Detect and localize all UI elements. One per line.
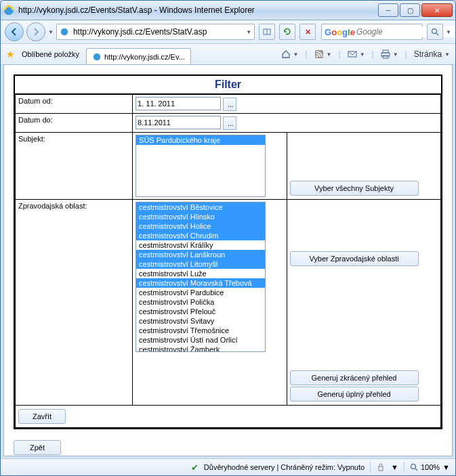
nav-dropdown-icon[interactable]: ▼ bbox=[48, 29, 54, 35]
list-item[interactable]: cestmistrovství Ústí nad Orlicí bbox=[136, 335, 265, 345]
list-item[interactable]: cestmistrovství Třemošnice bbox=[136, 326, 265, 335]
date-to-input[interactable] bbox=[136, 116, 221, 129]
maximize-button[interactable]: ▢ bbox=[400, 3, 420, 17]
list-item[interactable]: cestmistrovství Chrudim bbox=[136, 231, 265, 240]
list-item[interactable]: cestmistrovství Luže bbox=[136, 269, 265, 278]
protected-mode-dropdown-icon[interactable]: ▼ bbox=[391, 463, 398, 471]
area-label: Zpravodajská oblast: bbox=[16, 200, 133, 406]
browser-tab[interactable]: http://vykony.jsdi.cz/Ev... bbox=[86, 48, 191, 65]
favorites-bar: ★ Oblíbené položky http://vykony.jsdi.cz… bbox=[1, 44, 455, 65]
nav-back-button[interactable] bbox=[5, 22, 24, 41]
subject-listbox[interactable]: SÚS Pardubického kraje bbox=[136, 135, 266, 197]
svg-rect-13 bbox=[379, 467, 383, 471]
svg-point-8 bbox=[316, 56, 318, 58]
svg-point-4 bbox=[432, 29, 437, 34]
list-item[interactable]: cestmistrovství Přelouč bbox=[136, 307, 265, 316]
subject-label: Subjekt: bbox=[16, 133, 133, 200]
nav-toolbar: ▼ ▼ ✕ Google ▼ bbox=[1, 20, 455, 44]
list-item[interactable]: cestmistrovství Polička bbox=[136, 297, 265, 307]
svg-point-1 bbox=[61, 28, 68, 36]
print-icon[interactable] bbox=[381, 49, 390, 59]
ie-logo-icon bbox=[3, 5, 14, 16]
date-from-input[interactable] bbox=[136, 97, 221, 110]
list-item[interactable]: cestmistrovství Svitavy bbox=[136, 316, 265, 326]
svg-line-5 bbox=[436, 33, 438, 35]
print-dropdown-icon[interactable]: ▼ bbox=[393, 51, 398, 58]
url-dropdown-icon[interactable]: ▼ bbox=[246, 29, 251, 35]
url-input[interactable] bbox=[72, 26, 246, 37]
list-item[interactable]: cestmistrovství Pardubice bbox=[136, 288, 265, 297]
list-item[interactable]: cestmistrovství Litomyšl bbox=[136, 259, 265, 269]
list-item[interactable]: cestmistrovství Holice bbox=[136, 221, 265, 231]
list-item[interactable]: SÚS Pardubického kraje bbox=[136, 135, 265, 145]
page-menu[interactable]: Stránka bbox=[414, 49, 442, 59]
feeds-dropdown-icon[interactable]: ▼ bbox=[327, 51, 332, 58]
filter-title: Filter bbox=[15, 76, 441, 94]
address-bar[interactable]: ▼ bbox=[56, 24, 255, 40]
compat-view-button[interactable] bbox=[259, 24, 275, 40]
mail-dropdown-icon[interactable]: ▼ bbox=[360, 51, 365, 58]
generate-short-button[interactable]: Generuj zkrácený přehled bbox=[290, 370, 419, 385]
tab-title: http://vykony.jsdi.cz/Ev... bbox=[104, 53, 185, 61]
generate-full-button[interactable]: Generuj úplný přehled bbox=[290, 387, 419, 402]
svg-line-15 bbox=[415, 469, 417, 471]
ie-page-icon bbox=[60, 27, 69, 37]
back-button[interactable]: Zpět bbox=[14, 440, 61, 455]
favorites-label[interactable]: Oblíbené položky bbox=[22, 50, 79, 58]
tab-ie-icon bbox=[92, 52, 102, 62]
search-box[interactable]: Google bbox=[321, 24, 423, 40]
window-titlebar: http://vykony.jsdi.cz/Events/StatV.asp -… bbox=[1, 1, 455, 20]
google-logo-icon: Google bbox=[325, 27, 355, 37]
nav-forward-button[interactable] bbox=[26, 22, 45, 41]
checkmark-icon: ✔ bbox=[191, 462, 199, 473]
minimize-button[interactable]: ─ bbox=[378, 3, 398, 17]
search-dropdown-icon[interactable]: ▼ bbox=[446, 29, 451, 35]
home-icon[interactable] bbox=[281, 49, 291, 59]
security-zone-label: Důvěryhodné servery | Chráněný režim: Vy… bbox=[204, 463, 365, 471]
mail-icon[interactable] bbox=[348, 49, 357, 59]
zoom-icon[interactable] bbox=[410, 463, 418, 471]
stop-button[interactable]: ✕ bbox=[299, 24, 316, 40]
date-to-picker-button[interactable]: ... bbox=[223, 116, 236, 130]
ie-window: http://vykony.jsdi.cz/Events/StatV.asp -… bbox=[0, 0, 456, 476]
filter-panel: Filter Datum od: ... Datum do: ... bbox=[14, 74, 442, 429]
close-button[interactable]: ✕ bbox=[421, 3, 453, 17]
status-bar: ✔ Důvěryhodné servery | Chráněný režim: … bbox=[1, 458, 455, 475]
area-listbox[interactable]: cestmistrovství Běstovicecestmistrovství… bbox=[136, 202, 266, 352]
favorites-star-icon[interactable]: ★ bbox=[6, 49, 15, 60]
list-item[interactable]: cestmistrovství Žamberk bbox=[136, 345, 265, 352]
select-all-subjects-button[interactable]: Vyber všechny Subjekty bbox=[290, 181, 419, 196]
date-from-picker-button[interactable]: ... bbox=[223, 98, 236, 111]
svg-point-14 bbox=[411, 464, 415, 469]
page-viewport: Filter Datum od: ... Datum do: ... bbox=[3, 64, 453, 456]
page-dropdown-icon[interactable]: ▼ bbox=[444, 51, 450, 58]
filter-close-button[interactable]: Zavřít bbox=[18, 409, 66, 424]
command-bar: ▼ | ▼ | ▼ | ▼ | Stránka ▼ bbox=[281, 49, 450, 59]
svg-point-6 bbox=[94, 53, 101, 60]
window-title: http://vykony.jsdi.cz/Events/StatV.asp -… bbox=[18, 5, 378, 15]
list-item[interactable]: cestmistrovství Běstovice bbox=[136, 202, 265, 212]
list-item[interactable]: cestmistrovství Lanškroun bbox=[136, 250, 265, 259]
list-item[interactable]: cestmistrovství Hlinsko bbox=[136, 212, 265, 221]
svg-rect-10 bbox=[383, 50, 388, 53]
date-to-label: Datum do: bbox=[16, 114, 133, 133]
protected-mode-icon[interactable] bbox=[376, 462, 386, 472]
date-from-label: Datum od: bbox=[16, 95, 133, 114]
list-item[interactable]: cestmistrovství Moravská Třebová bbox=[136, 278, 265, 288]
zoom-level: 100% bbox=[421, 463, 440, 471]
search-go-button[interactable] bbox=[427, 24, 443, 40]
list-item[interactable]: cestmistrovství Králíky bbox=[136, 240, 265, 250]
home-dropdown-icon[interactable]: ▼ bbox=[293, 51, 299, 58]
zoom-dropdown-icon[interactable]: ▼ bbox=[442, 463, 450, 471]
feeds-icon[interactable] bbox=[314, 49, 324, 59]
refresh-button[interactable] bbox=[279, 24, 295, 40]
select-areas-button[interactable]: Vyber Zpravodajské oblasti bbox=[290, 251, 419, 266]
